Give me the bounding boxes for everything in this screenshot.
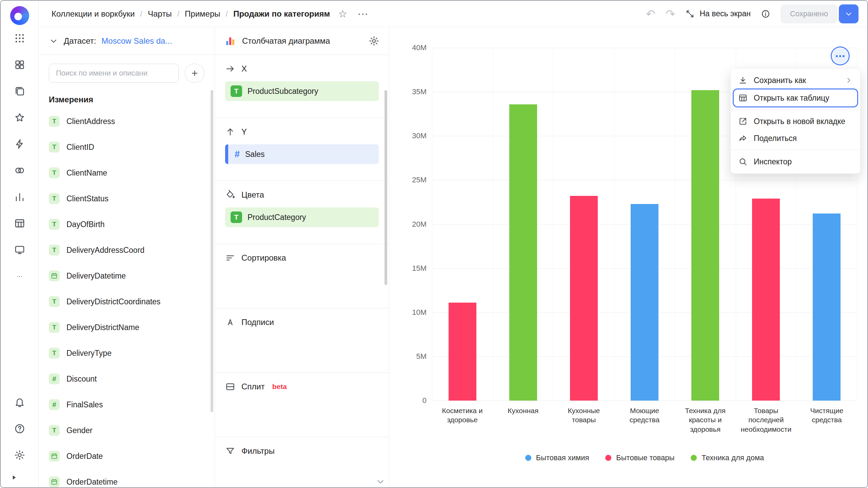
y-axis-label: 35M [389, 87, 427, 96]
context-menu-item[interactable]: Поделиться [731, 130, 860, 147]
datalens-logo[interactable] [10, 6, 29, 25]
legend-item[interactable]: Бытовая химия [525, 453, 589, 462]
x-axis-label: Чистящие средства [796, 406, 857, 434]
field-list: TClientAddressTClientIDTClientNameTClien… [39, 108, 215, 487]
fullscreen-label: На весь экран [699, 9, 751, 18]
breadcrumb-item[interactable]: Коллекции и воркбуки [52, 9, 135, 19]
beta-badge: beta [272, 383, 287, 391]
field-name: ClientName [66, 168, 107, 178]
chart-type-label[interactable]: Столбчатая диаграмма [242, 36, 330, 46]
context-menu-item[interactable]: Инспектор [731, 153, 860, 170]
breadcrumb-item[interactable]: Чарты [148, 9, 172, 19]
config-scroll-down-icon[interactable] [375, 476, 386, 487]
dataset-field[interactable]: DeliveryDatetime [39, 263, 215, 289]
favorite-star-icon[interactable]: ☆ [338, 8, 347, 20]
collapse-chevron-icon[interactable] [49, 36, 58, 46]
chevron-down-icon [844, 9, 853, 18]
field-search-input[interactable] [49, 64, 179, 83]
bar-Товары последней необходимости[interactable] [752, 199, 780, 401]
rings-icon[interactable] [14, 165, 25, 176]
paint-icon [225, 190, 235, 200]
dots-h-icon[interactable]: ⋯ [14, 270, 25, 282]
context-menu-item[interactable]: Открыть в новой вкладке [731, 113, 860, 130]
dataset-field[interactable]: TDeliveryDistrictCoordinates [39, 289, 215, 314]
lightning-icon[interactable] [14, 138, 25, 150]
config-section-split: Сплитbeta [215, 373, 389, 437]
dataset-field[interactable]: TClientName [39, 160, 215, 186]
saved-button[interactable]: Сохранено [781, 4, 837, 23]
bar-Кухонные товары[interactable] [570, 196, 598, 401]
collections-icon[interactable] [14, 85, 25, 97]
section-label: Подписи [241, 318, 274, 327]
dataset-field[interactable]: OrderDate [39, 443, 215, 469]
field-name: DeliveryDatetime [66, 271, 126, 281]
context-menu-item[interactable]: Открыть как таблицу [734, 89, 857, 106]
bar-Чистящие средства[interactable] [813, 214, 841, 401]
rail-nav: ⋯ [14, 25, 25, 289]
favorites-star-icon[interactable] [14, 112, 25, 123]
save-dropdown-button[interactable] [839, 4, 859, 23]
help-icon[interactable] [14, 423, 25, 434]
dataset-field[interactable]: TDeliveryAddressCoord [39, 237, 215, 263]
legend-item[interactable]: Техника для дома [691, 453, 764, 462]
dataset-field[interactable]: TDayOfBirth [39, 211, 215, 237]
undo-icon[interactable]: ↶ [646, 8, 655, 20]
breadcrumb: Коллекции и воркбуки/Чарты/Примеры/Прода… [52, 9, 330, 19]
chart-settings-gear-icon[interactable] [369, 36, 379, 46]
menu-item-label: Открыть как таблицу [754, 94, 829, 103]
config-scrollbar[interactable] [384, 90, 387, 285]
dataset-field[interactable]: #Discount [39, 366, 215, 392]
bar-chart-icon[interactable] [14, 191, 25, 203]
menu-divider [731, 109, 860, 110]
table-grid-icon[interactable] [14, 218, 25, 229]
legend-dot [691, 455, 697, 461]
y-axis-label: 5M [389, 352, 427, 361]
y-axis-label: 40M [389, 43, 427, 52]
dataset-name-link[interactable]: Moscow Sales da... [101, 36, 172, 46]
bar-Техника для красоты и здоровья[interactable] [691, 90, 719, 401]
x-axis-label: Моющие средства [614, 406, 675, 434]
bar-Моющие средства[interactable] [631, 204, 658, 401]
field-chip-Sales[interactable]: #Sales [225, 144, 379, 164]
add-field-button[interactable]: + [185, 64, 204, 83]
fullscreen-button[interactable]: На весь экран [685, 9, 751, 19]
section-label-row: Фильтры [225, 446, 379, 456]
y-axis-label: 10M [389, 308, 427, 317]
menu-item-label: Поделиться [754, 134, 797, 143]
bar-Косметика и здоровье[interactable] [449, 303, 476, 401]
context-menu-item[interactable]: Сохранить как [731, 72, 860, 89]
y-axis-label: 30M [389, 131, 427, 140]
info-icon[interactable] [761, 9, 770, 19]
dataset-field[interactable]: TClientAddress [39, 108, 215, 134]
tiles-icon[interactable] [14, 59, 25, 70]
breadcrumb-item[interactable]: Примеры [185, 9, 220, 19]
legend-item[interactable]: Бытовые товары [605, 453, 674, 462]
section-label: Сплит [241, 382, 265, 391]
breadcrumb-more-icon[interactable]: ⋯ [357, 7, 369, 20]
config-section-sort: Сортировка [215, 244, 389, 308]
dataset-field[interactable]: TDeliveryType [39, 340, 215, 366]
dataset-field[interactable]: TDeliveryDistrictName [39, 314, 215, 340]
bar-Кухонная[interactable] [509, 104, 537, 401]
redo-icon[interactable]: ↷ [666, 8, 675, 20]
field-chip-ProductSubcategory[interactable]: TProductSubcategory [225, 81, 379, 101]
expand-rail-icon[interactable] [9, 473, 18, 482]
bell-icon[interactable] [14, 396, 25, 408]
breadcrumb-item[interactable]: Продажи по категориям [233, 9, 330, 19]
dataset-field[interactable]: TClientStatus [39, 186, 215, 211]
dataset-field[interactable]: TClientID [39, 134, 215, 160]
app-window: ⋯ Коллекции и воркбуки/Чарты/Примеры/Про… [0, 0, 868, 488]
dataset-field[interactable]: #FinalSales [39, 392, 215, 418]
dataset-field[interactable]: TGender [39, 418, 215, 443]
chart-more-button[interactable]: ⋯ [832, 48, 848, 64]
settings-gear-icon[interactable] [14, 449, 25, 461]
text-field-icon: T [49, 245, 60, 256]
apps-grid-icon[interactable] [14, 33, 25, 44]
config-section-y: Y#Sales [215, 118, 389, 181]
field-name: FinalSales [66, 400, 103, 409]
dataset-field[interactable]: OrderDatetime [39, 469, 215, 487]
field-chip-label: ProductCategory [248, 213, 306, 222]
field-chip-ProductCategory[interactable]: TProductCategory [225, 207, 379, 227]
monitor-icon[interactable] [14, 244, 25, 256]
dataset-scrollbar[interactable] [211, 90, 213, 412]
